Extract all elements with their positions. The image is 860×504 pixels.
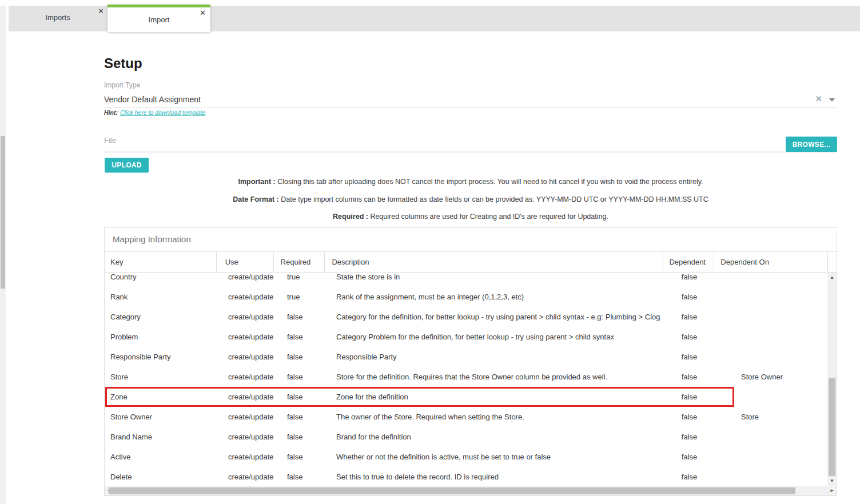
column-header-use: Use [216,252,273,272]
scroll-down-icon[interactable]: ▼ [827,477,837,485]
column-header-required: Required [273,252,325,272]
table-row: Store create/update false Store for the … [105,367,827,387]
cell-required: false [273,313,325,321]
table-row: Category create/update false Category fo… [105,307,827,327]
import-screen: Imports ✕ Import ✕ Setup Import Type Ven… [0,0,860,504]
cell-description: Category Problem for the definition, for… [325,333,664,341]
cell-use: create/update [216,473,273,481]
cell-key: Delete [105,473,216,481]
cell-dependent: false [664,473,715,481]
cell-dependent-on: Store [715,413,818,421]
scroll-up-icon[interactable]: ▲ [827,274,837,282]
cell-key: Store Owner [105,413,216,421]
cell-dependent: false [664,333,715,341]
cell-required: false [273,393,325,401]
cell-required: false [273,453,325,461]
close-icon[interactable]: ✕ [98,7,104,15]
tab-import[interactable]: Import ✕ [108,5,210,32]
column-header-spacer [827,252,837,272]
cell-required: true [273,293,325,301]
cell-key: Problem [105,333,216,341]
table-row: Rank create/update true Rank of the assi… [105,287,827,307]
cell-use: create/update [216,433,273,441]
note-important-label: Important : [238,178,275,186]
column-header-dependent-on: Dependent On [714,252,827,272]
cell-description: Set this to true to delete the record. I… [325,473,664,481]
chevron-down-icon[interactable] [829,98,835,102]
close-icon[interactable]: ✕ [200,9,206,17]
tab-imports-label: Imports [9,13,107,22]
table-row: Country create/update true State the sto… [105,273,827,287]
cell-key: Brand Name [105,433,216,441]
cell-dependent: false [664,313,715,321]
table-row: Responsible Party create/update false Re… [105,347,827,367]
note-important-text: Closing this tab after uploading does NO… [277,178,703,186]
scroll-right-icon[interactable]: ► [828,486,836,495]
cell-dependent: false [664,353,715,361]
cell-use: create/update [216,413,273,421]
page-scrollbar[interactable] [0,6,6,504]
column-header-key: Key [105,252,216,272]
cell-use: create/update [216,293,273,301]
note-important: Important : Closing this tab after uploa… [104,178,837,186]
tab-import-label: Import [108,15,210,24]
table-horizontal-scrollbar[interactable]: ◄ ► [105,486,837,495]
download-template-link[interactable]: Click here to download template [120,109,205,116]
note-date-format-label: Date Format : [233,195,279,203]
cell-description: Whether or not the definition is active,… [325,453,664,461]
import-type-label: Import Type [104,81,140,89]
cell-key: Active [105,453,216,461]
cell-description: Zone for the definition [325,393,664,401]
cell-dependent: false [664,433,715,441]
cell-use: create/update [216,333,273,341]
mapping-information-header: Mapping Information [105,228,837,252]
cell-dependent: false [664,453,715,461]
import-type-select[interactable]: Vendor Default Assignment ✕ [104,91,837,107]
cell-required: false [273,413,325,421]
clear-icon[interactable]: ✕ [815,94,822,104]
page-scrollbar-thumb[interactable] [1,136,5,289]
tab-bar: Imports ✕ Import ✕ [9,6,860,31]
cell-description: The owner of the Store. Required when se… [325,413,664,421]
browse-button[interactable]: BROWSE... [786,137,837,152]
upload-button[interactable]: UPLOAD [105,158,149,173]
column-header-dependent: Dependent [663,252,714,272]
note-date-format: Date Format : Date type import columns c… [104,195,837,203]
table-row: Delete create/update false Set this to t… [105,467,827,486]
cell-key: Country [105,273,216,281]
cell-description: Responsible Party [325,353,664,361]
table-row: Zone create/update false Zone for the de… [105,387,827,407]
mapping-information-panel: Mapping Information Key Use Required Des… [104,227,837,496]
file-input[interactable] [104,137,837,153]
note-required-label: Required : [333,213,368,221]
cell-dependent: false [664,293,715,301]
mapping-information-title: Mapping Information [113,234,191,244]
cell-description: State the store is in [325,273,664,281]
cell-dependent: false [664,413,715,421]
cell-dependent: false [664,273,715,281]
table-vertical-scrollbar[interactable]: ▲ ▼ [827,273,837,486]
mapping-table-rows: Country create/update true State the sto… [105,273,827,486]
cell-use: create/update [216,313,273,321]
note-required-text: Required columns are used for Creating a… [370,213,608,221]
column-header-description: Description [324,252,663,272]
table-row: Store Owner create/update false The owne… [105,407,827,427]
cell-description: Rank of the assignment, must be an integ… [325,293,664,301]
cell-use: create/update [216,273,273,281]
hint-line: Hint:Click here to download template [104,109,205,116]
tab-imports[interactable]: Imports ✕ [9,6,107,31]
cell-key: Rank [105,293,216,301]
table-row: Brand Name create/update false Brand for… [105,427,827,447]
note-required: Required : Required columns are used for… [104,213,837,221]
cell-description: Brand for the definition [325,433,664,441]
mapping-table-header: Key Use Required Description Dependent D… [105,252,837,273]
cell-use: create/update [216,393,273,401]
cell-use: create/update [216,453,273,461]
note-date-format-text: Date type import columns can be formatte… [281,195,708,203]
table-horizontal-scrollbar-thumb[interactable] [109,487,795,494]
cell-dependent-on: Store Owner [715,373,818,381]
import-type-value: Vendor Default Assignment [104,95,201,104]
cell-use: create/update [216,353,273,361]
table-vertical-scrollbar-thumb[interactable] [829,378,835,476]
cell-key: Store [105,373,216,381]
